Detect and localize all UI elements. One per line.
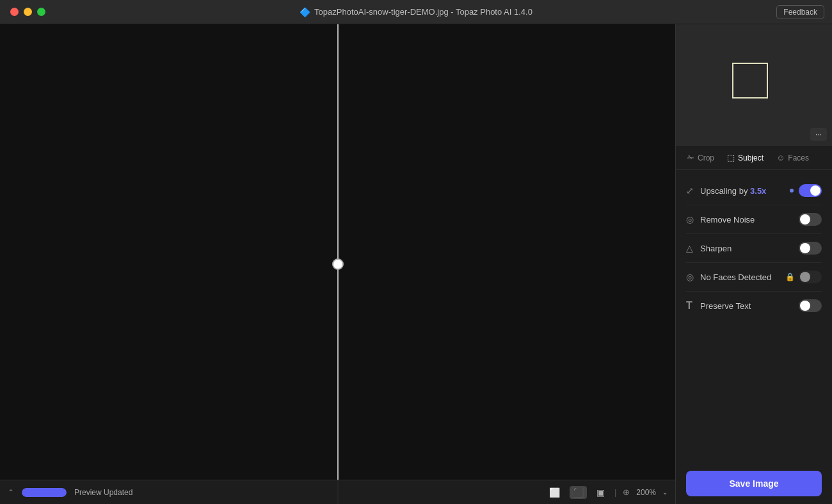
upscaling-label: Upscaling by 3.5x: [700, 186, 790, 196]
tab-subject[interactable]: ⬚ Subject: [723, 151, 767, 164]
no-faces-icon: ◎: [686, 272, 700, 282]
view-single-icon[interactable]: ⬜: [546, 486, 563, 499]
no-faces-row: ◎ No Faces Detected 🔒: [686, 263, 822, 292]
before-canvas: [0, 24, 338, 504]
title-bar: 🔷 TopazPhotoAI-snow-tiger-DEMO.jpg - Top…: [0, 0, 832, 24]
remove-noise-toggle[interactable]: [799, 213, 822, 226]
view-split-icon[interactable]: ⬛: [570, 486, 587, 499]
controls-area: ⤢ Upscaling by 3.5x ◎ Remove Noise △ Sha…: [676, 170, 832, 463]
traffic-lights: [10, 8, 45, 16]
progress-bar: [22, 488, 67, 497]
upscaling-value: 3.5x: [750, 186, 766, 196]
sharpen-icon: △: [686, 243, 700, 253]
preserve-text-row: T Preserve Text: [686, 292, 822, 320]
no-faces-label: No Faces Detected: [700, 272, 785, 282]
bottom-bar: ⌃ Preview Updated ⬜ ⬛ ▣ | ⊕ 200% ⌄: [0, 480, 675, 504]
window-title: 🔷 TopazPhotoAI-snow-tiger-DEMO.jpg - Top…: [300, 7, 532, 17]
upscaling-indicator: [790, 189, 794, 193]
tab-crop[interactable]: ✁ Crop: [684, 151, 718, 164]
preserve-text-toggle[interactable]: [799, 299, 822, 312]
after-canvas: [338, 24, 676, 504]
maximize-button[interactable]: [37, 8, 45, 16]
image-before: [0, 24, 338, 504]
image-after: [338, 24, 676, 504]
bottom-right-controls: ⬜ ⬛ ▣ | ⊕ 200% ⌄: [546, 486, 668, 499]
subject-icon: ⬚: [727, 153, 735, 162]
app-icon: 🔷: [300, 7, 310, 17]
preview-status: Preview Updated: [74, 488, 132, 497]
preserve-text-icon: T: [686, 300, 700, 311]
crop-icon: ✁: [687, 153, 694, 162]
thumbnail-selection[interactable]: [732, 63, 768, 98]
split-handle[interactable]: [332, 258, 344, 270]
progress-fill: [22, 488, 67, 497]
tab-bar: ✁ Crop ⬚ Subject ☺ Faces: [676, 146, 832, 170]
tab-faces-label: Faces: [788, 154, 809, 162]
minimize-button[interactable]: [24, 8, 32, 16]
zoom-level: 200%: [636, 488, 656, 497]
main-content: ⌃ Preview Updated ⬜ ⬛ ▣ | ⊕ 200% ⌄ ···: [0, 24, 832, 504]
options-dots-icon: ···: [815, 130, 822, 139]
upscaling-toggle[interactable]: [799, 184, 822, 197]
lock-icon: 🔒: [785, 272, 795, 281]
zoom-icon: ⊕: [623, 487, 630, 497]
image-area: ⌃ Preview Updated ⬜ ⬛ ▣ | ⊕ 200% ⌄: [0, 24, 675, 504]
tab-crop-label: Crop: [698, 154, 714, 162]
upscaling-icon: ⤢: [686, 185, 700, 196]
thumbnail-options-button[interactable]: ···: [810, 128, 827, 141]
remove-noise-label: Remove Noise: [700, 215, 799, 224]
tab-faces[interactable]: ☺ Faces: [772, 151, 813, 164]
expand-icon[interactable]: ⌃: [8, 488, 14, 497]
preserve-text-label: Preserve Text: [700, 301, 799, 311]
feedback-button[interactable]: Feedback: [776, 5, 824, 19]
no-faces-toggle: [799, 271, 822, 283]
upscaling-row: ⤢ Upscaling by 3.5x: [686, 177, 822, 205]
view-compare-icon[interactable]: ▣: [593, 486, 608, 499]
sharpen-row: △ Sharpen: [686, 234, 822, 263]
remove-noise-icon: ◎: [686, 214, 700, 224]
sharpen-toggle[interactable]: [799, 242, 822, 255]
close-button[interactable]: [10, 8, 19, 16]
remove-noise-row: ◎ Remove Noise: [686, 205, 822, 234]
thumbnail-area: ···: [676, 24, 832, 146]
right-panel: ··· ✁ Crop ⬚ Subject ☺ Faces ⤢: [675, 24, 832, 504]
faces-icon: ☺: [776, 153, 785, 162]
divider: |: [614, 487, 616, 497]
zoom-chevron-icon[interactable]: ⌄: [662, 489, 668, 496]
save-image-button[interactable]: Save Image: [686, 471, 822, 496]
sharpen-label: Sharpen: [700, 244, 799, 253]
tab-subject-label: Subject: [738, 154, 764, 162]
